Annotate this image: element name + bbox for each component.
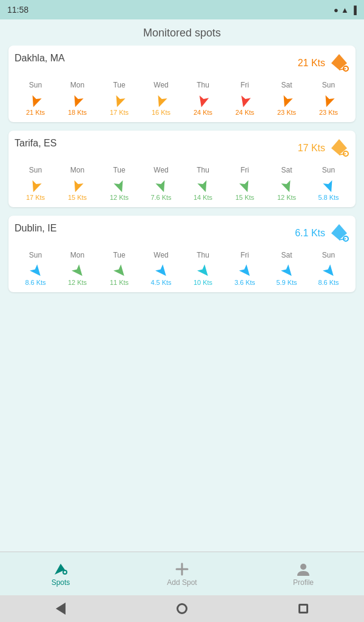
- back-icon: [56, 603, 66, 615]
- spot-kts-0: 21 Kts: [298, 53, 349, 73]
- wind-arrow-2-0: [27, 262, 44, 279]
- wind-speed-0-4: 24 Kts: [194, 109, 212, 116]
- back-button[interactable]: [52, 600, 69, 617]
- svg-marker-32: [323, 264, 337, 279]
- wind-speed-1-4: 14 Kts: [194, 194, 212, 201]
- wind-arrow-0-7: [320, 92, 337, 109]
- day-cell-1-0: Sun 17 Kts: [15, 166, 56, 201]
- wind-arrow-0-6: [278, 92, 295, 109]
- spot-name-0: Dakhla, MA: [15, 53, 65, 64]
- nav-spots[interactable]: Spots: [0, 561, 121, 587]
- day-label-1-1: Mon: [70, 166, 84, 174]
- day-cell-2-7: Sun 8.6 Kts: [308, 251, 349, 286]
- svg-marker-29: [197, 264, 212, 279]
- days-row-1: Sun 17 KtsMon 15 KtsTue 12 KtsWed 7.6 Kt…: [15, 166, 349, 201]
- wind-arrow-2-5: [237, 262, 254, 279]
- wind-speed-1-5: 15 Kts: [235, 194, 254, 201]
- day-label-0-2: Tue: [113, 81, 125, 89]
- svg-marker-31: [281, 264, 295, 279]
- nav-add-spot[interactable]: Add Spot: [121, 561, 243, 587]
- svg-point-37: [300, 564, 306, 570]
- nav-profile-label: Profile: [293, 578, 314, 587]
- wind-arrow-1-7: [320, 177, 337, 194]
- wind-arrow-0-0: [27, 92, 44, 109]
- day-cell-0-7: Sun 23 Kts: [308, 81, 349, 116]
- status-icons: ● ▲ ▐: [334, 5, 357, 15]
- day-cell-2-2: Tue 11 Kts: [98, 251, 140, 286]
- battery-icon: ▐: [351, 5, 357, 15]
- wind-speed-1-0: 17 Kts: [26, 194, 45, 201]
- svg-marker-26: [72, 264, 86, 279]
- day-label-2-7: Sun: [322, 251, 335, 259]
- days-row-2: Sun 8.6 KtsMon 12 KtsTue 11 KtsWed 4.5 K…: [15, 251, 349, 286]
- day-cell-0-5: Fri 24 Kts: [224, 81, 266, 116]
- spot-kts-value-0: 21 Kts: [298, 58, 325, 69]
- svg-marker-25: [30, 264, 44, 279]
- home-button[interactable]: [174, 600, 190, 617]
- day-cell-0-4: Thu 24 Kts: [182, 81, 224, 116]
- wind-arrow-2-4: [195, 262, 212, 279]
- wind-speed-0-7: 23 Kts: [319, 109, 338, 116]
- spot-card-2[interactable]: Dublin, IE6.1 Kts Sun 8.6 KtsMon 12 KtsT…: [8, 216, 356, 292]
- svg-marker-7: [197, 95, 209, 109]
- day-label-2-2: Tue: [113, 251, 125, 259]
- svg-marker-21: [323, 180, 335, 194]
- day-label-0-1: Mon: [70, 81, 84, 89]
- svg-marker-28: [155, 264, 170, 279]
- day-label-2-5: Fri: [241, 251, 249, 259]
- day-label-1-7: Sun: [322, 166, 335, 174]
- svg-point-34: [63, 570, 67, 574]
- svg-marker-15: [70, 180, 83, 194]
- status-bar: 11:58 ● ▲ ▐: [0, 0, 364, 19]
- add-spot-icon: [174, 561, 190, 577]
- wind-arrow-1-6: [278, 177, 295, 194]
- wind-speed-0-5: 24 Kts: [235, 109, 254, 116]
- day-label-0-5: Fri: [241, 81, 249, 89]
- day-label-1-5: Fri: [241, 166, 249, 174]
- main-content: Dakhla, MA21 Kts Sun 21 KtsMon 18 KtsTue…: [0, 46, 364, 552]
- wind-speed-1-3: 7.6 Kts: [150, 194, 171, 201]
- wind-arrow-2-2: [111, 262, 128, 279]
- wind-speed-1-2: 12 Kts: [110, 194, 129, 201]
- wind-speed-2-3: 4.5 Kts: [150, 279, 171, 286]
- nav-add-spot-label: Add Spot: [167, 578, 197, 587]
- wind-speed-1-7: 5.8 Kts: [318, 194, 339, 201]
- wind-arrow-2-6: [278, 262, 295, 279]
- day-cell-2-5: Fri 3.6 Kts: [224, 251, 266, 286]
- day-cell-0-1: Mon 18 Kts: [56, 81, 98, 116]
- spot-card-1[interactable]: Tarifa, ES17 Kts Sun 17 KtsMon 15 KtsTue…: [8, 131, 356, 207]
- wind-speed-0-1: 18 Kts: [68, 109, 87, 116]
- wind-arrow-0-3: [153, 92, 170, 109]
- spot-name-2: Dublin, IE: [15, 223, 56, 234]
- wind-speed-1-1: 15 Kts: [68, 194, 87, 201]
- wind-speed-0-3: 16 Kts: [152, 109, 170, 116]
- day-cell-1-4: Thu 14 Kts: [182, 166, 224, 201]
- day-label-1-6: Sat: [281, 166, 292, 174]
- spot-header-2: Dublin, IE6.1 Kts: [15, 223, 349, 244]
- svg-marker-8: [238, 95, 251, 109]
- svg-marker-22: [331, 224, 347, 240]
- svg-marker-16: [113, 180, 126, 194]
- nav-profile[interactable]: Profile: [243, 561, 364, 587]
- recents-button[interactable]: [295, 600, 312, 617]
- nav-spots-label: Spots: [52, 578, 70, 587]
- day-cell-0-3: Wed 16 Kts: [140, 81, 182, 116]
- wind-arrow-0-4: [195, 92, 212, 109]
- system-nav: [0, 595, 364, 622]
- day-label-2-0: Sun: [29, 251, 42, 259]
- recents-icon: [298, 604, 308, 613]
- day-label-2-6: Sat: [281, 251, 292, 259]
- wind-arrow-2-1: [69, 262, 86, 279]
- spot-card-0[interactable]: Dakhla, MA21 Kts Sun 21 KtsMon 18 KtsTue…: [8, 46, 356, 122]
- svg-marker-14: [29, 180, 41, 194]
- spot-header-0: Dakhla, MA21 Kts: [15, 53, 349, 73]
- day-label-0-3: Wed: [153, 81, 168, 89]
- spot-kts-value-1: 17 Kts: [298, 143, 325, 154]
- day-cell-2-4: Thu 10 Kts: [182, 251, 224, 286]
- wind-speed-0-0: 21 Kts: [26, 109, 45, 116]
- day-label-2-3: Wed: [153, 251, 168, 259]
- day-label-1-0: Sun: [29, 166, 42, 174]
- wind-speed-0-2: 17 Kts: [110, 109, 129, 116]
- status-time: 11:58: [7, 5, 29, 15]
- wind-speed-2-4: 10 Kts: [194, 279, 212, 286]
